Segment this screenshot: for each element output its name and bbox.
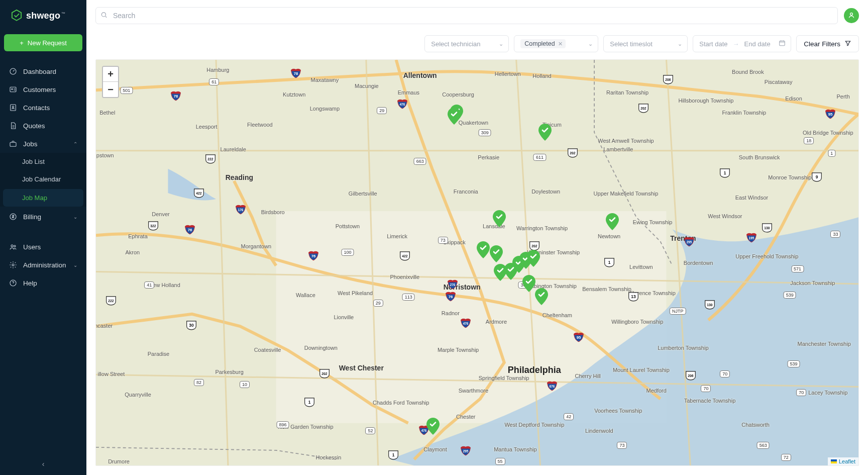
end-date-placeholder: End date [744,40,771,48]
svg-point-12 [850,13,853,15]
sidebar-item-customers[interactable]: Customers [0,80,86,99]
sidebar-item-quotes[interactable]: Quotes [0,117,86,135]
chevron-left-icon: ‹ [42,460,45,468]
job-marker[interactable] [535,288,548,305]
new-request-button[interactable]: + New Request [4,34,82,51]
job-marker[interactable] [448,108,461,125]
topbar [86,0,868,29]
arrow-right-icon: → [733,40,739,48]
sidebar-item-label: Customers [23,86,56,93]
sidebar: shwego™ + New Request Dashboard Customer… [0,0,86,475]
svg-point-11 [101,13,105,17]
sidebar-item-label: Administration [23,261,66,269]
sidebar-item-label: Users [23,243,41,251]
timeslot-select[interactable]: Select timeslot ⌄ [603,35,688,52]
remove-tag-button[interactable]: ✕ [558,41,563,47]
id-card-icon [9,85,17,93]
calendar-icon [779,40,786,48]
brand-name: shwego™ [26,11,65,21]
sidebar-item-label: Help [23,279,37,287]
sidebar-item-contacts[interactable]: Contacts [0,99,86,117]
status-tag-label: Completed [524,40,555,47]
sidebar-item-label: Dashboard [23,68,56,75]
job-marker[interactable] [538,124,552,141]
sidebar-item-job-list[interactable]: Job List [0,153,86,170]
status-select[interactable]: Completed ✕ ⌄ [514,35,598,52]
sidebar-item-job-map[interactable]: Job Map [3,189,83,207]
sidebar-collapse-button[interactable]: ‹ [0,453,86,475]
sidebar-item-users[interactable]: Users [0,238,86,256]
svg-rect-5 [10,142,16,146]
sidebar-item-administration[interactable]: Administration ⌄ [0,256,86,274]
svg-point-9 [12,264,14,266]
flag-icon [831,459,837,463]
job-marker[interactable] [493,210,506,227]
brand-mark-icon [10,9,23,22]
search-icon [100,12,107,20]
map-attribution: Leaflet [828,457,858,465]
user-icon [847,11,855,21]
select-placeholder: Select timeslot [610,40,653,48]
svg-point-4 [12,106,14,108]
svg-rect-1 [10,87,16,91]
profile-button[interactable] [844,8,859,23]
file-icon [9,122,17,130]
map-container[interactable]: + − PhiladelphiaTrentonReadingNorristown… [95,59,859,466]
sidebar-item-label: Contacts [23,104,50,112]
plus-icon: + [20,39,24,47]
gauge-icon [9,67,17,75]
filter-icon [844,40,851,48]
sidebar-item-jobs[interactable]: Jobs ⌃ [0,135,86,153]
sidebar-item-label: Billing [23,213,41,221]
sidebar-item-label: Job Calendar [22,175,61,183]
sidebar-item-job-calendar[interactable]: Job Calendar [0,170,86,188]
sidebar-item-label: Jobs [23,140,38,148]
sidebar-item-label: Job List [22,158,45,165]
chevron-down-icon: ⌄ [678,41,682,47]
contact-icon [9,104,17,112]
chevron-down-icon: ⌄ [73,262,77,268]
job-marker[interactable] [527,250,540,267]
technician-select[interactable]: Select technician ⌄ [424,35,509,52]
svg-point-7 [11,245,13,247]
search-wrap [95,7,838,24]
zoom-in-button[interactable]: + [103,67,118,82]
sidebar-item-billing[interactable]: Billing ⌄ [0,208,86,226]
sidebar-item-label: Job Map [22,194,47,202]
brand-logo: shwego™ [0,0,86,31]
select-placeholder: Select technician [431,40,480,48]
chevron-down-icon: ⌄ [499,41,503,47]
job-marker[interactable] [490,245,503,262]
help-icon [9,279,17,287]
attribution-link[interactable]: Leaflet [839,458,855,464]
start-date-placeholder: Start date [699,40,727,48]
chevron-down-icon: ⌄ [73,214,77,220]
date-range-picker[interactable]: Start date → End date [693,35,791,52]
new-request-label: New Request [28,39,67,47]
users-icon [9,243,17,251]
sidebar-subnav-jobs: Job List Job Calendar Job Map [0,153,86,207]
briefcase-icon [9,140,17,148]
job-marker[interactable] [606,213,619,230]
filters-bar: Select technician ⌄ Completed ✕ ⌄ Select… [86,29,868,59]
main-content: Select technician ⌄ Completed ✕ ⌄ Select… [86,0,868,475]
chevron-down-icon: ⌄ [588,41,593,47]
clear-filters-label: Clear Filters [804,40,840,48]
job-marker[interactable] [426,418,440,435]
zoom-out-button[interactable]: − [103,82,118,97]
map-canvas[interactable] [96,60,858,465]
dollar-icon [9,213,17,221]
job-marker[interactable] [477,241,490,258]
search-input[interactable] [95,7,838,24]
sidebar-item-label: Quotes [23,122,45,130]
gear-icon [9,261,17,269]
job-marker[interactable] [522,275,535,292]
svg-point-8 [14,245,16,247]
sidebar-nav: Dashboard Customers Contacts Quotes Jobs… [0,60,86,453]
sidebar-item-dashboard[interactable]: Dashboard [0,62,86,80]
sidebar-item-help[interactable]: Help [0,274,86,292]
clear-filters-button[interactable]: Clear Filters [796,35,859,52]
svg-rect-13 [780,41,785,45]
chevron-up-icon: ⌃ [73,141,77,147]
zoom-controls: + − [102,66,119,98]
